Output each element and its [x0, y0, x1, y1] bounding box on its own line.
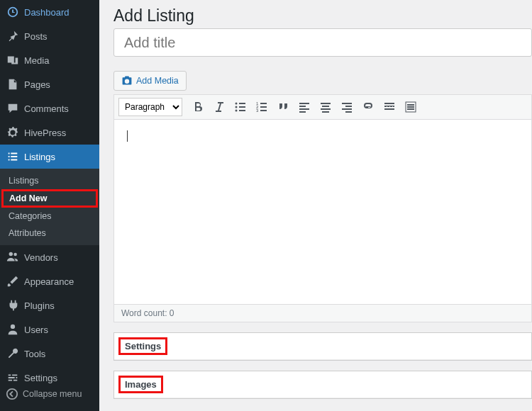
submenu-item-categories[interactable]: Categories — [0, 208, 99, 225]
plug-icon — [6, 298, 20, 313]
user-icon — [6, 322, 20, 337]
list-icon — [6, 150, 20, 164]
svg-point-1 — [235, 103, 238, 105]
sidebar-item-label: Vendors — [24, 252, 58, 263]
sidebar-item-pages[interactable]: Pages — [0, 72, 99, 96]
images-metabox[interactable]: Images — [113, 371, 532, 399]
page-icon — [6, 77, 20, 91]
sidebar-item-label: Media — [24, 55, 49, 66]
add-media-button[interactable]: Add Media — [113, 71, 187, 91]
toolbar-toggle-button[interactable] — [401, 97, 421, 117]
format-select[interactable]: Paragraph — [118, 98, 182, 116]
sidebar-item-comments[interactable]: Comments — [0, 96, 99, 120]
pin-icon — [6, 29, 20, 43]
brush-icon — [6, 274, 20, 288]
submenu-item-attributes[interactable]: Attributes — [0, 225, 99, 242]
sidebar-item-posts[interactable]: Posts — [0, 24, 99, 48]
camera-icon — [121, 75, 133, 86]
sidebar-item-plugins[interactable]: Plugins — [0, 293, 99, 317]
sidebar-item-label: Posts — [24, 31, 48, 42]
page-title: Add Listing — [113, 0, 532, 28]
sidebar-item-label: Settings — [24, 373, 57, 383]
sidebar-item-listings[interactable]: Listings — [0, 145, 99, 169]
wrench-icon — [6, 347, 20, 361]
settings-heading: Settings — [118, 337, 167, 355]
read-more-button[interactable] — [379, 97, 399, 117]
images-heading: Images — [118, 376, 163, 393]
svg-point-2 — [235, 106, 238, 108]
align-right-button[interactable] — [337, 97, 357, 117]
title-input[interactable] — [113, 28, 532, 57]
main-content: Add Listing Add Media Paragraph 123 — [99, 0, 532, 411]
sidebar-item-label: Appearance — [24, 276, 74, 287]
sidebar-item-label: Users — [24, 325, 48, 335]
editor-toolbar: Paragraph 123 — [114, 95, 531, 120]
comment-icon — [6, 101, 20, 116]
media-icon — [6, 53, 20, 67]
sidebar-item-label: Comments — [24, 103, 69, 114]
italic-button[interactable] — [209, 97, 229, 117]
sidebar-item-label: HivePress — [24, 128, 66, 138]
gear-icon — [6, 125, 20, 140]
sidebar-item-media[interactable]: Media — [0, 48, 99, 72]
editor-wrap: Paragraph 123 Word count: 0 — [113, 94, 532, 322]
collapse-menu[interactable]: Collapse menu — [0, 383, 99, 405]
editor-status-bar: Word count: 0 — [114, 304, 531, 322]
collapse-icon — [6, 388, 18, 400]
sidebar-item-dashboard[interactable]: Dashboard — [0, 0, 99, 24]
add-media-label: Add Media — [136, 76, 179, 86]
admin-sidebar: Dashboard Posts Media Pages Comments Hiv… — [0, 0, 99, 411]
submenu-item-add-new[interactable]: Add New — [1, 189, 98, 208]
sidebar-item-label: Tools — [24, 349, 45, 359]
ol-button[interactable]: 123 — [252, 97, 272, 117]
sidebar-item-appearance[interactable]: Appearance — [0, 269, 99, 293]
quote-button[interactable] — [273, 97, 293, 117]
align-center-button[interactable] — [316, 97, 336, 117]
svg-point-3 — [235, 110, 238, 112]
ul-button[interactable] — [231, 97, 250, 117]
submenu-item-listings[interactable]: Listings — [0, 172, 99, 189]
word-count: Word count: 0 — [121, 308, 174, 318]
bold-button[interactable] — [188, 97, 208, 117]
settings-metabox[interactable]: Settings — [113, 332, 532, 361]
svg-text:3: 3 — [256, 108, 259, 113]
sidebar-item-label: Pages — [24, 79, 50, 90]
editor-content[interactable] — [114, 120, 531, 304]
align-left-button[interactable] — [294, 97, 314, 117]
link-button[interactable] — [358, 97, 378, 117]
sidebar-item-tools[interactable]: Tools — [0, 342, 99, 366]
sidebar-item-label: Listings — [24, 152, 55, 162]
sidebar-item-vendors[interactable]: Vendors — [0, 245, 99, 269]
svg-point-0 — [7, 389, 17, 399]
sidebar-item-label: Plugins — [24, 300, 55, 311]
sidebar-item-users[interactable]: Users — [0, 317, 99, 342]
dashboard-icon — [6, 5, 20, 19]
text-cursor — [127, 130, 128, 142]
listings-submenu: Listings Add New Categories Attributes — [0, 169, 99, 245]
users-icon — [6, 250, 20, 264]
collapse-label: Collapse menu — [23, 389, 82, 399]
sidebar-item-label: Dashboard — [24, 7, 70, 18]
sidebar-item-hivepress[interactable]: HivePress — [0, 120, 99, 145]
